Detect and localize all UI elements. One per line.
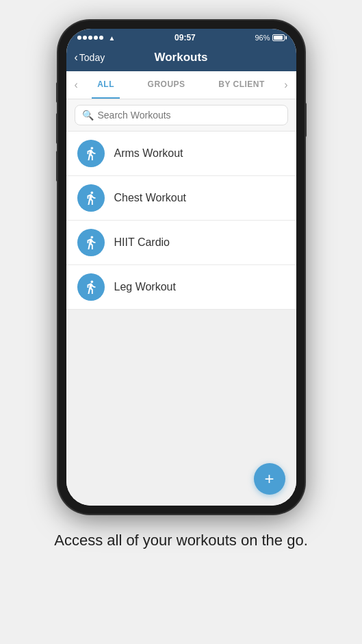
battery-percentage: 96%	[255, 34, 270, 42]
phone-screen: ▲ 09:57 96% ‹ Today Workouts ‹ ALL GROU	[66, 29, 296, 506]
search-container: 🔍	[66, 99, 296, 132]
battery-icon	[272, 34, 285, 41]
wifi-icon: ▲	[109, 34, 116, 42]
tabs: ALL GROUPS BY CLIENT	[81, 71, 281, 99]
tab-next-icon[interactable]: ›	[281, 72, 290, 98]
workout-item-hiit[interactable]: HIIT Cardio	[66, 221, 296, 265]
mute-button	[56, 82, 58, 103]
signal-indicator	[77, 36, 103, 40]
search-input[interactable]	[98, 110, 281, 121]
volume-down-button	[56, 151, 58, 182]
tab-prev-icon[interactable]: ‹	[72, 72, 81, 98]
workout-icon-arms	[77, 140, 105, 167]
volume-up-button	[56, 113, 58, 144]
plus-icon: +	[264, 469, 274, 488]
power-button	[305, 103, 307, 137]
add-workout-button[interactable]: +	[254, 463, 285, 495]
search-bar[interactable]: 🔍	[75, 105, 288, 125]
nav-header: ‹ Today Workouts	[66, 45, 296, 71]
page-title: Workouts	[154, 51, 207, 64]
tab-groups[interactable]: GROUPS	[142, 71, 191, 99]
back-label: Today	[79, 52, 105, 63]
workout-name-arms: Arms Workout	[114, 147, 183, 160]
status-bar: ▲ 09:57 96%	[66, 29, 296, 45]
tab-by-client[interactable]: BY CLIENT	[213, 71, 270, 99]
tab-all[interactable]: ALL	[92, 71, 120, 99]
workout-icon-chest	[77, 184, 105, 212]
workout-item-arms[interactable]: Arms Workout	[66, 132, 296, 176]
workout-name-hiit: HIIT Cardio	[114, 236, 170, 249]
workout-item-chest[interactable]: Chest Workout	[66, 176, 296, 221]
workout-name-chest: Chest Workout	[114, 192, 187, 204]
workout-list: Arms Workout Chest Workout	[66, 132, 296, 506]
workout-icon-hiit	[77, 229, 105, 256]
back-button[interactable]: ‹ Today	[75, 52, 105, 63]
content-area: Arms Workout Chest Workout	[66, 132, 296, 506]
caption-text: Access all of your workouts on the go.	[34, 530, 328, 551]
back-chevron-icon: ‹	[75, 52, 78, 63]
status-left: ▲	[77, 34, 116, 42]
search-icon: 🔍	[82, 110, 94, 121]
clock: 09:57	[174, 33, 196, 42]
status-right: 96%	[255, 34, 285, 42]
phone-frame: ▲ 09:57 96% ‹ Today Workouts ‹ ALL GROU	[58, 21, 305, 514]
workout-icon-leg	[77, 273, 105, 301]
tab-bar: ‹ ALL GROUPS BY CLIENT ›	[66, 71, 296, 99]
workout-item-leg[interactable]: Leg Workout	[66, 265, 296, 310]
workout-name-leg: Leg Workout	[114, 281, 176, 293]
